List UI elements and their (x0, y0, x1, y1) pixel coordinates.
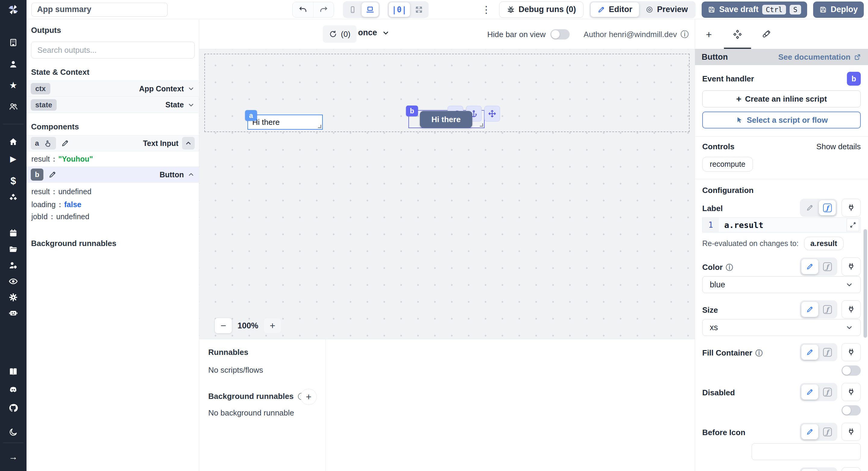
eval-mode-button[interactable]: ƒ (819, 469, 836, 471)
select-script-or-flow-button[interactable]: Select a script or flow (702, 112, 861, 128)
canvas-button-b[interactable]: Hi there (420, 111, 472, 128)
tab-component-settings[interactable] (733, 30, 742, 39)
static-mode-button[interactable] (801, 302, 818, 317)
zoom-out-button[interactable]: − (215, 318, 232, 333)
label-code-value[interactable]: a.result (719, 220, 846, 230)
connect-plug-button[interactable] (841, 199, 861, 217)
connect-plug-button[interactable] (841, 467, 861, 471)
context-row-state[interactable]: state State (27, 97, 199, 113)
save-draft-button[interactable]: Save draft Ctrl S (702, 1, 807, 18)
eval-mode-button[interactable]: ƒ (819, 259, 836, 274)
static-mode-button[interactable] (801, 200, 818, 215)
component-row-b[interactable]: b Button (27, 167, 199, 183)
color-info-icon[interactable]: ⓘ (726, 264, 733, 271)
tab-add-component[interactable]: + (704, 30, 713, 39)
expand-sidebar-arrow-icon[interactable]: → (0, 450, 27, 464)
more-menu-icon[interactable]: ⋮ (480, 4, 493, 16)
expand-editor-button[interactable] (846, 218, 859, 231)
show-details-link[interactable]: Show details (816, 142, 861, 151)
mobile-view-button[interactable] (344, 2, 361, 17)
deploy-button[interactable]: Deploy (813, 1, 864, 18)
groups-icon[interactable] (0, 99, 27, 113)
preview-tab[interactable]: Preview (639, 2, 694, 17)
tab-styling[interactable] (762, 30, 771, 39)
eval-mode-button[interactable]: ƒ (819, 345, 836, 360)
before-icon-input[interactable] (752, 443, 861, 460)
author-info-icon[interactable]: ⓘ (681, 30, 689, 38)
collapse-a-button[interactable] (182, 137, 195, 150)
folders-icon[interactable] (0, 242, 27, 256)
workspace-icon[interactable] (0, 36, 27, 50)
center-layout-button[interactable]: |0| (389, 2, 410, 17)
eval-mode-button[interactable]: ƒ (819, 424, 836, 439)
schedules-calendar-icon[interactable] (0, 226, 27, 240)
chevron-up-icon[interactable] (187, 171, 195, 178)
color-select[interactable]: blue (702, 276, 861, 293)
fullwidth-layout-button[interactable] (410, 2, 427, 17)
redo-button[interactable] (313, 2, 334, 17)
ai-robot-icon[interactable] (0, 306, 27, 320)
connect-plug-button[interactable] (841, 258, 861, 275)
pencil-icon (806, 388, 814, 396)
undo-button[interactable] (293, 2, 313, 17)
refresh-mode-dropdown[interactable]: once (358, 28, 390, 37)
context-row-ctx[interactable]: ctx App Context (27, 81, 199, 97)
create-inline-script-button[interactable]: + Create an inline script (702, 90, 861, 107)
eval-mode-button[interactable]: ƒ (819, 200, 836, 215)
recompute-button[interactable]: recompute (702, 157, 753, 172)
canvas-button-b-selection[interactable]: b (408, 110, 485, 128)
home-icon[interactable] (0, 135, 27, 149)
app-canvas[interactable]: a Hi there b (199, 49, 695, 339)
static-mode-button[interactable] (801, 345, 818, 360)
resize-handle[interactable] (480, 123, 483, 127)
connect-plug-button[interactable] (841, 300, 861, 318)
editor-tab[interactable]: Editor (591, 2, 639, 17)
static-mode-button[interactable] (801, 384, 818, 400)
see-documentation-link[interactable]: See documentation (778, 53, 861, 62)
rename-pencil-icon[interactable] (61, 139, 69, 147)
docs-book-icon[interactable] (0, 365, 27, 379)
desktop-view-button[interactable] (362, 2, 378, 17)
variables-dollar-icon[interactable]: $ (0, 174, 27, 187)
reevaluated-value[interactable]: a.result (804, 237, 844, 250)
size-select[interactable]: xs (702, 319, 861, 336)
resize-handle[interactable] (318, 125, 321, 128)
audit-eye-icon[interactable] (0, 274, 27, 288)
hide-bar-toggle[interactable] (550, 29, 569, 39)
app-summary-input[interactable] (31, 3, 167, 17)
static-mode-button[interactable] (801, 259, 818, 274)
component-row-a[interactable]: a Text Input (27, 135, 199, 151)
debug-runs-button[interactable]: Debug runs (0) (499, 1, 584, 18)
resources-cubes-icon[interactable] (0, 191, 27, 205)
windmill-logo-icon[interactable] (7, 3, 20, 16)
refresh-runnables-button[interactable]: (0) (323, 25, 356, 43)
fill-container-toggle[interactable] (841, 365, 861, 376)
eval-mode-button[interactable]: ƒ (819, 384, 836, 400)
search-outputs-input[interactable] (31, 41, 195, 59)
connect-plug-button[interactable] (841, 343, 861, 361)
connect-plug-button[interactable] (841, 383, 861, 401)
debug-runs-label: Debug runs (0) (519, 5, 576, 14)
move-component-button[interactable] (484, 106, 500, 121)
star-icon[interactable]: ★ (0, 79, 27, 92)
runs-play-icon[interactable]: ▶ (0, 152, 27, 166)
component-a-id-group[interactable]: a (31, 137, 56, 150)
disabled-toggle[interactable] (841, 405, 861, 415)
static-mode-button[interactable] (801, 469, 818, 471)
settings-gear-icon[interactable] (0, 290, 27, 304)
workers-user-gear-icon[interactable] (0, 258, 27, 272)
github-icon[interactable] (0, 401, 27, 415)
fill-container-info-icon[interactable]: ⓘ (755, 350, 763, 357)
static-mode-button[interactable] (801, 424, 818, 439)
settings-scrollbar[interactable] (864, 229, 867, 338)
rename-pencil-icon[interactable] (48, 170, 57, 179)
eval-mode-button[interactable]: ƒ (819, 302, 836, 317)
discord-icon[interactable] (0, 383, 27, 397)
label-code-editor[interactable]: 1 a.result (702, 217, 861, 233)
add-background-runnable-button[interactable]: + (301, 389, 317, 405)
connect-plug-button[interactable] (841, 423, 861, 441)
dark-mode-moon-icon[interactable] (0, 425, 27, 439)
user-icon[interactable] (0, 57, 27, 71)
canvas-text-input-a[interactable]: a Hi there (247, 115, 323, 130)
zoom-in-button[interactable]: + (264, 318, 281, 333)
